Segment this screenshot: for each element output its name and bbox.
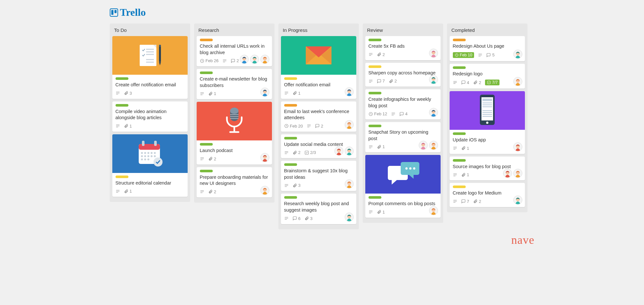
card[interactable]: Source images for blog post1 xyxy=(450,157,525,181)
card-label-green[interactable] xyxy=(200,143,213,146)
member-avatar[interactable] xyxy=(345,87,354,96)
attachments-badge: 3 xyxy=(304,216,313,221)
app-name: Trello xyxy=(120,6,146,18)
member-avatar[interactable] xyxy=(345,120,354,129)
card[interactable]: Create e-mail newsletter for blog subscr… xyxy=(197,69,272,99)
description-icon xyxy=(391,112,396,116)
card-label-orange[interactable] xyxy=(453,39,466,41)
card-label-yellow[interactable] xyxy=(116,176,128,178)
svg-marker-114 xyxy=(409,175,414,179)
card-title: Redesign About Us page xyxy=(453,43,522,50)
card-label-green[interactable] xyxy=(116,77,128,80)
card[interactable]: Snapchat Story on upcoming post1 xyxy=(365,122,441,152)
card-label-green[interactable] xyxy=(200,71,213,74)
member-avatar[interactable] xyxy=(513,195,522,205)
description-icon xyxy=(116,189,120,194)
card[interactable]: Redesign About Us pageFeb 105 xyxy=(450,36,525,61)
svg-point-142 xyxy=(486,122,488,124)
svg-point-116 xyxy=(409,167,411,170)
svg-point-33 xyxy=(141,158,143,160)
card[interactable]: Compile video animation alongside blog a… xyxy=(112,101,188,132)
card-label-green[interactable] xyxy=(284,137,297,139)
member-avatar[interactable] xyxy=(429,49,438,58)
svg-point-23 xyxy=(141,152,143,154)
card[interactable]: Prompt comments on blog posts1 xyxy=(365,155,441,218)
member-avatar[interactable] xyxy=(513,169,522,178)
member-avatar[interactable] xyxy=(513,77,522,86)
card-label-green[interactable] xyxy=(284,163,297,166)
card[interactable]: Check all internal URLs work in blog arc… xyxy=(197,36,272,66)
card-label-yellow[interactable] xyxy=(284,77,297,80)
card-title: Create offer notification email xyxy=(116,82,184,88)
card-label-green[interactable] xyxy=(369,39,381,41)
card-label-yellow[interactable] xyxy=(369,65,381,68)
card[interactable]: Prepare onboarding materials for new UI … xyxy=(197,167,272,197)
member-avatar[interactable] xyxy=(419,141,428,150)
card-cover xyxy=(450,91,525,130)
member-avatar[interactable] xyxy=(260,186,269,195)
svg-point-34 xyxy=(144,158,146,160)
card-title: Prompt comments on blog posts xyxy=(369,201,437,207)
attachments-badge: 1 xyxy=(124,189,132,194)
card-badges: 1 xyxy=(453,146,522,151)
card-label-green[interactable] xyxy=(200,170,213,172)
card[interactable]: Redesign logo427/7 xyxy=(450,64,525,89)
card[interactable]: Research weekly blog post and suggest im… xyxy=(281,194,356,224)
card-label-green[interactable] xyxy=(284,196,297,199)
member-avatar[interactable] xyxy=(260,88,269,97)
list-title: In Progress xyxy=(281,26,356,36)
card[interactable]: Launch podcast2 xyxy=(197,102,272,165)
card[interactable]: Sharpen copy across homepage72 xyxy=(365,63,441,87)
member-avatar[interactable] xyxy=(260,153,269,162)
attachments-badge: 2 xyxy=(473,80,481,85)
member-avatar[interactable] xyxy=(429,75,438,84)
member-avatar[interactable] xyxy=(429,108,438,117)
member-avatar[interactable] xyxy=(503,169,512,178)
description-icon xyxy=(284,150,289,155)
description-icon xyxy=(453,199,457,204)
card-label-yellow[interactable] xyxy=(453,186,466,188)
member-avatar[interactable] xyxy=(429,206,438,215)
card[interactable]: Create 5x FB ads2 xyxy=(365,36,441,60)
member-avatar[interactable] xyxy=(429,141,438,150)
attachments-badge: 2 xyxy=(208,157,216,161)
card[interactable]: Brainstorm & suggest 10x blog post ideas… xyxy=(281,161,356,191)
card[interactable]: Update social media content22/3 xyxy=(281,134,356,158)
card-label-orange[interactable] xyxy=(284,104,297,107)
card[interactable]: Create offer notification email3 xyxy=(112,36,188,99)
card[interactable]: Create logo for Medium72 xyxy=(450,183,525,207)
card[interactable]: Offer notification email1 xyxy=(281,36,356,99)
card[interactable]: Create infographics for weekly blog post… xyxy=(365,89,441,119)
attachments-badge: 1 xyxy=(377,210,385,214)
member-avatar[interactable] xyxy=(513,50,522,59)
card-label-green[interactable] xyxy=(453,159,466,162)
card[interactable]: Email to last week's conference attendee… xyxy=(281,101,356,132)
description-icon xyxy=(478,53,482,57)
attachments-badge: 1 xyxy=(208,91,216,96)
card[interactable]: Structure editorial calendar1 xyxy=(112,134,188,197)
card-label-green[interactable] xyxy=(453,66,466,69)
svg-marker-112 xyxy=(392,180,397,185)
member-avatar[interactable] xyxy=(513,142,522,151)
card[interactable]: Update iOS app1 xyxy=(450,91,525,154)
attachments-badge: 3 xyxy=(124,91,132,96)
card-badges: 72 xyxy=(369,79,437,83)
card-label-green[interactable] xyxy=(369,196,381,199)
card-label-green[interactable] xyxy=(116,104,128,107)
member-avatar[interactable] xyxy=(334,147,343,156)
member-avatar[interactable] xyxy=(240,55,249,64)
svg-rect-2 xyxy=(114,10,117,13)
card-badges: Feb 202 xyxy=(284,124,353,129)
card-label-orange[interactable] xyxy=(200,39,213,41)
card-label-green[interactable] xyxy=(453,132,466,135)
card-label-green[interactable] xyxy=(369,125,381,127)
card-label-green[interactable] xyxy=(369,92,381,94)
member-avatar[interactable] xyxy=(345,147,354,156)
member-avatar[interactable] xyxy=(345,179,354,188)
member-avatar[interactable] xyxy=(345,213,354,222)
card-badges: 427/7 xyxy=(453,80,522,85)
member-avatar[interactable] xyxy=(250,55,259,64)
trello-icon xyxy=(110,8,118,17)
member-avatar[interactable] xyxy=(260,55,269,64)
checklist-badge: 2/3 xyxy=(304,150,316,155)
